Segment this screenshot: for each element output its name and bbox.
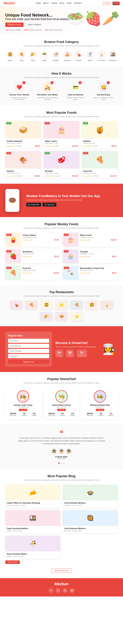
restaurant-logo-star chicken[interactable]: ⭐: [70, 312, 83, 321]
chef-phone-input[interactable]: [8, 349, 49, 353]
restaurant-logo-taco bell[interactable]: 🌮: [40, 312, 53, 321]
food-rating-row-2: ★★★★★ 4.3 (56) $6.50: [83, 145, 116, 147]
restaurant-logo-kfc[interactable]: 🍗: [10, 300, 22, 309]
category-item-chicken[interactable]: 🍗Chicken: [75, 50, 83, 61]
pag-dot-2[interactable]: [61, 462, 62, 464]
social-linkedin[interactable]: in: [63, 588, 67, 593]
food-category-subtitle: Customers can explore categories, add it…: [5, 45, 118, 47]
weekly-name-5: Marshmallow Crispy Food: [80, 267, 116, 269]
restaurant-logo-hardee's[interactable]: 🌟: [55, 300, 68, 309]
chef-stat-years: 4+ Years: [56, 350, 63, 357]
nav-contact[interactable]: CONTACT: [74, 2, 82, 4]
testimonial-author-role: Home Chef: [5, 458, 118, 460]
blog-card-1[interactable]: 🍲 Cold Semisian Mackno... Recipes • June…: [63, 484, 118, 508]
homechef-card-1[interactable]: 👨‍🍳 Jimeni Rafeun Durin New York, NY FOL…: [44, 388, 79, 419]
step-3: 💳 3 Cash on Delivery Pay with cash on de…: [65, 82, 86, 100]
nav-about[interactable]: ABOUT: [43, 2, 49, 4]
social-twitter[interactable]: t: [56, 588, 60, 593]
food-card-4[interactable]: 🥩 NEW Roulette Chef Anna • 2.9 km ★★★★★ …: [44, 151, 79, 178]
view-all-blogs-button[interactable]: VIEW ALL BLOGS: [51, 568, 72, 573]
blog-card-2[interactable]: 🍱 Tasty Semisian Medinx... Health • June…: [5, 510, 60, 533]
weekly-name-4: Pizza Kai: [22, 267, 59, 269]
food-card-1[interactable]: 🎂 SALE Nilam Layers Chef Sara • 3.1 km ★…: [44, 121, 79, 148]
chef-follow-button-2[interactable]: FOLLOW: [96, 409, 104, 411]
weekly-price-3: $4.50: [112, 256, 116, 258]
login-button[interactable]: LOGIN: [103, 2, 111, 5]
chef-name-2: Shahama Anaim Khai: [84, 404, 116, 406]
weekly-card-1[interactable]: 🎂 HOT Nilam Layers Chef Sara • 3.1 km ★★…: [63, 232, 118, 247]
google-play-button[interactable]: ▶ Google Play: [26, 203, 41, 206]
popular-homechef-title: Popular HomeChef: [5, 377, 118, 381]
nav-foods[interactable]: FOODS: [51, 2, 58, 4]
step-4: 😋 4 Eat And Enjoy Enjoy your delicious m…: [93, 82, 114, 100]
chef-follow-button-0[interactable]: FOLLOW: [19, 409, 27, 411]
blog-card-0[interactable]: 🧀 Canker Whet For Semisian Remping Food …: [5, 484, 60, 508]
weekly-chef-4: Chef Anna • 2.9 km: [22, 270, 59, 271]
blog-card-3[interactable]: 🥘 Cold Semisian Machno... Food Tips • Ju…: [63, 510, 118, 533]
nav-blog[interactable]: BLOG: [60, 2, 64, 4]
category-label-1: Pizza: [19, 60, 23, 61]
blog-post-meta-3: Food Tips • June 6, 2023: [64, 530, 116, 532]
weekly-emoji-1: 🎂: [67, 236, 74, 243]
restaurant-logo-wafels[interactable]: 🧇: [55, 312, 68, 321]
restaurant-logo-burger king[interactable]: 🍔: [86, 300, 98, 309]
weekly-card-0[interactable]: 🍟 NEW Crispy Cippers Chef James • 2.5 km…: [5, 232, 60, 247]
blog-emoji-3: 🥘: [87, 515, 94, 521]
weekly-chef-5: Chef Tom • 3.5 km: [80, 270, 116, 271]
weekly-emoji-2: 🍓: [10, 253, 17, 260]
cart-button[interactable]: 🛒 0: [113, 2, 120, 5]
chef-emoji-1: 👨‍🍳: [58, 393, 65, 400]
weekly-card-3[interactable]: 🧁 HOT Cupcake Chef Mike • 1.8 km ★★★★★ 4…: [63, 249, 118, 263]
category-item-drinks[interactable]: 🥤Drinks: [86, 50, 94, 61]
category-item-salad[interactable]: 🥗Salad: [40, 50, 49, 61]
category-item-tacos[interactable]: 🌮Tacos: [29, 50, 37, 61]
food-card-5[interactable]: 🍕 SALE Pizza Hut Chef Tom • 3.5 km ★★★★★…: [82, 151, 118, 178]
weekly-card-image-5: 🍡 SALE: [63, 266, 79, 280]
chef-name-input[interactable]: [8, 339, 49, 343]
blog-post-title-2: Tasty Semisian Medinx...: [7, 527, 59, 530]
category-item-desserts[interactable]: 🍰Desserts: [63, 50, 72, 61]
category-item-pizza[interactable]: 🍕Pizza: [17, 50, 26, 61]
category-item-bento box[interactable]: 🍱Bento Box: [109, 50, 117, 61]
blog-emoji-1: 🍲: [87, 489, 94, 496]
chef-follow-button-1[interactable]: FOLLOW: [57, 409, 66, 411]
restaurant-logo-mcdonald's[interactable]: 🍔: [40, 300, 53, 309]
how-it-works-button[interactable]: HOW IT WORKS: [25, 22, 44, 27]
restaurant-logo-dq[interactable]: 🍦: [101, 300, 113, 309]
category-label-5: Desserts: [64, 60, 70, 61]
step-num-1: 1: [22, 81, 25, 84]
weekly-card-2[interactable]: 🍓 NEW Strawberry Chef Ali • 4.2 km ★★★★★…: [5, 249, 60, 263]
pag-dot-1[interactable]: [58, 462, 60, 464]
weekly-card-5[interactable]: 🍡 SALE Marshmallow Crispy Food Chef Tom …: [63, 266, 118, 280]
food-card-3[interactable]: 🍖 HOT Garbers Chef Mike • 1.8 km ★★★★★ 4…: [5, 151, 41, 178]
nav-home[interactable]: HOME: [36, 2, 41, 4]
social-youtube[interactable]: ▶: [70, 588, 75, 593]
restaurant-logo-pizza[interactable]: 🍕: [25, 300, 37, 309]
social-facebook[interactable]: f: [48, 588, 53, 593]
food-card-2[interactable]: 🍯 NEW Baklava Chef Ali • 4.2 km ★★★★★ 4.…: [82, 121, 118, 148]
weekly-card-4[interactable]: 🍕 NEW Pizza Kai Chef Anna • 2.9 km ★★★★★…: [5, 266, 60, 280]
chef-price-2: $45.00Avg Price: [87, 412, 93, 416]
weekly-card-image-0: 🍟 NEW: [5, 232, 21, 247]
homechef-card-2[interactable]: 👩‍🍳 Shahama Anaim Khai Chicago, IL FOLLO…: [82, 388, 118, 419]
read-more-button[interactable]: READ MORE: [5, 560, 20, 564]
food-image-0: 🥪 NEW: [5, 121, 41, 139]
food-card-0[interactable]: 🥪 NEW Grilled Sandwich Chef James • 2.5 …: [5, 121, 41, 148]
footer: Mezban f t in ▶: [0, 578, 123, 596]
category-item-noodles[interactable]: 🍜Noodles: [52, 50, 60, 61]
nav-shop[interactable]: SHOP: [67, 2, 72, 4]
app-store-button[interactable]: 🍎 App Store: [42, 203, 56, 206]
step-num-2: 2: [50, 81, 54, 84]
category-item-burger[interactable]: 🍔Burger: [6, 50, 14, 61]
chef-register-button[interactable]: Register Now: [8, 360, 49, 364]
restaurant-logo-domino's[interactable]: 🍕: [70, 300, 83, 309]
chef-email-input[interactable]: [8, 344, 49, 348]
step-title-1: Choose Your Favorite: [9, 94, 29, 96]
pag-dot-3[interactable]: [63, 462, 65, 464]
app-banner-section: 🍩 Mezban FoodBakery In Your Mobile! Get …: [0, 184, 123, 217]
homechef-card-0[interactable]: 👩‍🍳 Garvlan Judy Trump Los Angeles, CA F…: [5, 388, 41, 419]
blog-card-4[interactable]: 🍜 Tasty Semisian Methx... Recipes • June…: [5, 536, 60, 559]
category-item-ice cream[interactable]: 🍦Ice Cream: [97, 50, 106, 61]
food-price-2: $6.50: [112, 145, 116, 147]
chef-password-input[interactable]: [8, 354, 49, 358]
